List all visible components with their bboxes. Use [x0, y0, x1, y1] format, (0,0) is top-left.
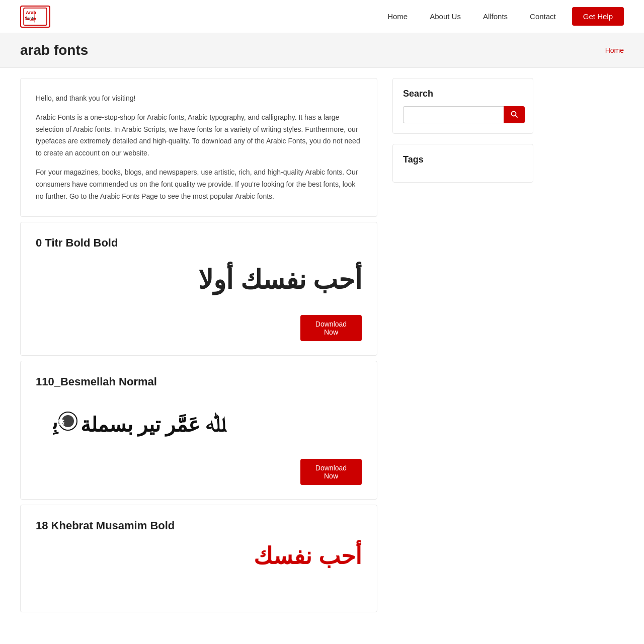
breadcrumb-home[interactable]: Home	[605, 46, 624, 54]
search-button[interactable]	[504, 106, 525, 123]
main-nav: Home About Us Allfonts Contact Get Help	[376, 7, 624, 26]
font-preview-3: أحب نفسك	[36, 542, 362, 583]
font-preview-1: أحب نفسك أولا	[36, 260, 362, 300]
tags-title: Tags	[403, 154, 523, 165]
sidebar-tags-card: Tags	[392, 144, 533, 183]
font-card-3: 18 Khebrat Musamim Bold أحب نفسك	[20, 505, 377, 612]
font-name-3: 18 Khebrat Musamim Bold	[36, 519, 362, 532]
main-layout: Hello, and thank you for visiting! Arabi…	[0, 68, 644, 627]
site-header: Arab fonts فيرعلا Home About Us Allfonts…	[0, 0, 644, 33]
content-area: Hello, and thank you for visiting! Arabi…	[20, 78, 377, 617]
intro-paragraph1: Arabic Fonts is a one-stop-shop for Arab…	[36, 112, 362, 159]
font-name-2: 110_Besmellah Normal	[36, 375, 362, 388]
sidebar-search-card: Search	[392, 78, 533, 134]
logo-icon: Arab fonts فيرعلا	[20, 6, 50, 28]
site-logo[interactable]: Arab fonts فيرعلا	[20, 6, 50, 28]
search-row	[403, 106, 523, 123]
download-button-2[interactable]: Download Now	[300, 459, 362, 485]
besmellah-image: بِسۡمِ ٱللَّهِ مُحَمَّد عَلِي ﷺ ﷲ عَمَّر…	[36, 398, 362, 444]
nav-contact[interactable]: Contact	[519, 8, 567, 25]
svg-text:ﷲ عَمَّر تير بسملة: ﷲ عَمَّر تير بسملة	[80, 412, 227, 437]
intro-section: Hello, and thank you for visiting! Arabi…	[20, 78, 377, 217]
nav-about[interactable]: About Us	[419, 8, 472, 25]
page-title-bar: arab fonts Home	[0, 33, 644, 68]
intro-paragraph2: For your magazines, books, blogs, and ne…	[36, 167, 362, 202]
svg-line-11	[516, 115, 518, 117]
search-input[interactable]	[403, 106, 504, 123]
sidebar: Search Tags	[392, 78, 533, 617]
search-icon	[511, 111, 518, 118]
svg-text:فيرعلا: فيرعلا	[25, 16, 36, 21]
download-button-1[interactable]: Download Now	[300, 315, 362, 341]
intro-greeting: Hello, and thank you for visiting!	[36, 93, 362, 105]
search-title: Search	[403, 89, 523, 99]
font-name-1: 0 Titr Bold Bold	[36, 236, 362, 250]
font-card-1: 0 Titr Bold Bold أحب نفسك أولا Download …	[20, 222, 377, 356]
nav-allfonts[interactable]: Allfonts	[472, 8, 519, 25]
svg-text:ﷺ: ﷺ	[58, 419, 64, 425]
font-preview-2: بِسۡمِ ٱللَّهِ مُحَمَّد عَلِي ﷺ ﷲ عَمَّر…	[36, 398, 362, 444]
nav-home[interactable]: Home	[376, 8, 419, 25]
get-help-button[interactable]: Get Help	[572, 7, 624, 26]
page-title: arab fonts	[20, 42, 88, 58]
font-card-2: 110_Besmellah Normal بِسۡمِ ٱللَّهِ مُحَ…	[20, 361, 377, 500]
